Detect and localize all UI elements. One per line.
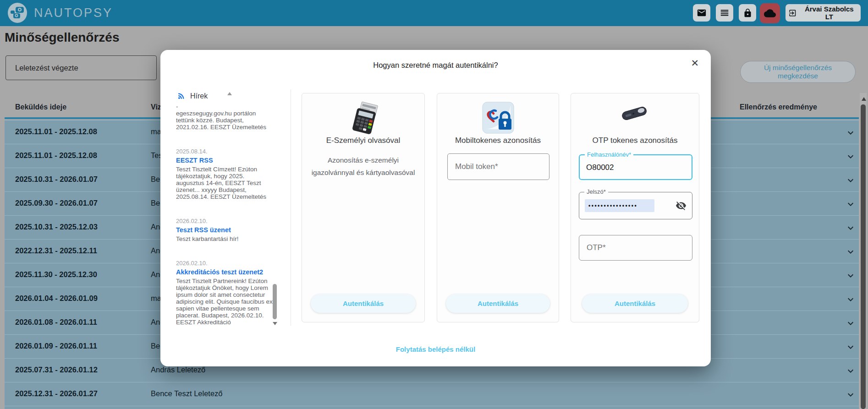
list-icon bbox=[720, 8, 730, 18]
authenticate-button[interactable]: Autentikálás bbox=[311, 294, 416, 313]
cloud-icon bbox=[764, 7, 776, 19]
username-value: O80002 bbox=[586, 163, 614, 172]
chevron-down-icon[interactable] bbox=[845, 270, 856, 281]
card-title: OTP tokenes azonosítás bbox=[571, 136, 699, 145]
username-label: Felhasználónév* bbox=[585, 151, 633, 158]
news-item: 2025.08.14. EESZT RSS Teszt Tisztelt Cím… bbox=[176, 148, 274, 200]
auth-modal: Hogyan szeretné magát autentikálni? ✕ Hí… bbox=[160, 50, 711, 366]
authenticate-button[interactable]: Autentikálás bbox=[446, 294, 550, 313]
authenticate-button[interactable]: Autentikálás bbox=[582, 294, 688, 313]
news-list: - egeszsegugy.gov.hu portálon tettünk kö… bbox=[176, 103, 274, 343]
chevron-down-icon[interactable] bbox=[845, 294, 856, 305]
news-body: egeszsegugy.gov.hu portálon tettünk közz… bbox=[176, 110, 274, 131]
chevron-down-icon[interactable] bbox=[845, 365, 856, 376]
continue-without-login-link[interactable]: Folytatás belépés nélkül bbox=[160, 345, 711, 353]
scroll-down-icon[interactable] bbox=[273, 322, 277, 325]
news-body: Teszt Tisztelt Címzett! Ezúton tájékozta… bbox=[176, 166, 274, 200]
row-name: ma bbox=[151, 294, 161, 303]
news-link[interactable]: Teszt RSS üzenet bbox=[176, 226, 274, 234]
mobile-token-input[interactable] bbox=[447, 153, 549, 180]
chevron-down-icon[interactable] bbox=[845, 342, 856, 353]
close-icon[interactable]: ✕ bbox=[691, 58, 699, 68]
list-button[interactable] bbox=[716, 4, 733, 22]
row-date: 2025.10.31 - 2026.01.07 bbox=[15, 175, 98, 184]
mail-button[interactable] bbox=[693, 4, 710, 22]
chevron-down-icon[interactable] bbox=[845, 151, 856, 162]
row-date: 2025.12.31 - 2026.01.27 bbox=[15, 389, 98, 398]
page-title: Minőségellenőrzés bbox=[5, 30, 120, 45]
chevron-down-icon[interactable] bbox=[845, 175, 856, 186]
news-divider bbox=[291, 89, 291, 326]
password-label: Jelszó* bbox=[584, 188, 608, 195]
chevron-down-icon[interactable] bbox=[845, 389, 856, 400]
app-root: NAUTOPSY Árvai Szabolcs LT Minőségellenő… bbox=[0, 0, 868, 409]
row-date: 2022.12.31 - 2025.12.11 bbox=[15, 246, 97, 255]
modal-title: Hogyan szeretné magát autentikálni? bbox=[160, 61, 711, 70]
column-header-examiner: Viz bbox=[151, 103, 161, 111]
auth-card-otp-token[interactable]: OTP tokenes azonosítás Felhasználónév* O… bbox=[571, 93, 699, 322]
column-header-submit: Beküldés ideje bbox=[15, 103, 66, 111]
scroll-up-icon[interactable] bbox=[862, 97, 866, 101]
column-header-result: Ellenőrzés eredménye bbox=[740, 103, 817, 111]
news-date: 2026.02.10. bbox=[176, 218, 274, 224]
chevron-down-icon[interactable] bbox=[845, 223, 856, 234]
scroll-up-icon[interactable] bbox=[227, 92, 232, 95]
card-subtitle: Azonosítás e-személyi igazolvánnyal és k… bbox=[308, 154, 418, 179]
news-header: Hírek bbox=[177, 92, 208, 100]
logout-user-button[interactable]: Árvai Szabolcs LT bbox=[786, 4, 861, 22]
row-date: 2025.10.31 - 2025.12.03 bbox=[15, 223, 98, 231]
chevron-down-icon[interactable] bbox=[845, 318, 856, 329]
otp-input[interactable] bbox=[579, 235, 692, 261]
card-title: Mobiltokenes azonosítás bbox=[437, 136, 559, 145]
password-value: •••••••••••••••• bbox=[588, 202, 637, 209]
chevron-down-icon[interactable] bbox=[845, 199, 856, 210]
filter-select[interactable]: Leletezést végezte bbox=[5, 55, 157, 80]
auth-card-mobile-token[interactable]: Mobiltokenes azonosítás Autentikálás bbox=[437, 93, 559, 322]
page-scrollbar-thumb[interactable] bbox=[861, 104, 866, 409]
news-body: Teszt Tisztelt Partnereink! Ezúton tájék… bbox=[176, 278, 274, 326]
row-date: 2025.07.31 - 2026.01.12 bbox=[15, 365, 98, 374]
table-row[interactable] bbox=[5, 406, 859, 409]
eeszt-lock-icon bbox=[482, 102, 514, 134]
row-name: Bence Teszt Leletező bbox=[151, 389, 223, 398]
lock-button[interactable] bbox=[739, 4, 756, 22]
mail-icon bbox=[697, 8, 707, 18]
username-field[interactable]: Felhasználónév* O80002 bbox=[579, 154, 692, 180]
news-item: 2026.02.10. Teszt RSS üzenet Teszt karba… bbox=[176, 218, 274, 242]
news-title: Hírek bbox=[190, 92, 208, 100]
row-date: 2025.11.30 - 2025.12.30 bbox=[15, 270, 97, 279]
password-autofill-patch: •••••••••••••••• bbox=[585, 199, 654, 212]
news-scrollbar-thumb[interactable] bbox=[273, 284, 277, 319]
news-link[interactable]: EESZT RSS bbox=[176, 157, 274, 164]
card-title: E-Személyi olvasóval bbox=[302, 136, 424, 145]
user-name: Árvai Szabolcs LT bbox=[801, 5, 858, 21]
news-link[interactable]: Akkreditációs teszt üzenet2 bbox=[176, 268, 274, 276]
row-name: András Leletező bbox=[151, 365, 205, 374]
table-row[interactable]: 2025.12.31 - 2026.01.27Bence Teszt Lelet… bbox=[5, 382, 859, 406]
app-header: NAUTOPSY Árvai Szabolcs LT bbox=[0, 0, 868, 26]
row-date: 2026.01.04 - 2026.01.09 bbox=[15, 294, 98, 303]
eye-off-icon[interactable] bbox=[676, 200, 687, 211]
row-date: 2025.11.01 - 2025.12.08 bbox=[15, 127, 97, 136]
row-date: 2026.01.08 - 2026.01.11 bbox=[15, 318, 97, 327]
news-date: 2026.02.10. bbox=[176, 260, 274, 267]
auth-card-eid[interactable]: E-Személyi olvasóval Azonosítás e-személ… bbox=[302, 93, 425, 322]
news-scroll-fragment: - bbox=[176, 103, 274, 110]
row-date: 2025.09.30 - 2026.01.07 bbox=[15, 199, 98, 207]
chevron-down-icon[interactable] bbox=[845, 246, 856, 257]
news-item: egeszsegugy.gov.hu portálon tettünk közz… bbox=[176, 110, 274, 131]
lock-icon bbox=[743, 8, 753, 18]
chevron-down-icon[interactable] bbox=[845, 127, 856, 138]
nautopsy-logo-icon bbox=[5, 2, 29, 24]
brand-name: NAUTOPSY bbox=[34, 6, 113, 20]
rss-icon bbox=[177, 92, 186, 100]
password-field[interactable]: Jelszó* •••••••••••••••• bbox=[579, 192, 692, 219]
row-name: ma bbox=[151, 127, 161, 136]
news-item: 2026.02.10. Akkreditációs teszt üzenet2 … bbox=[176, 260, 274, 326]
row-date: 2026.01.09 - 2026.01.11 bbox=[15, 342, 97, 350]
logout-icon bbox=[788, 9, 797, 17]
usb-token-icon bbox=[618, 102, 652, 125]
news-date: 2025.08.14. bbox=[176, 148, 274, 155]
new-quality-check-button[interactable]: Új minőségellenőrzés megkezdése bbox=[740, 61, 856, 83]
cloud-status-button[interactable] bbox=[760, 3, 780, 23]
